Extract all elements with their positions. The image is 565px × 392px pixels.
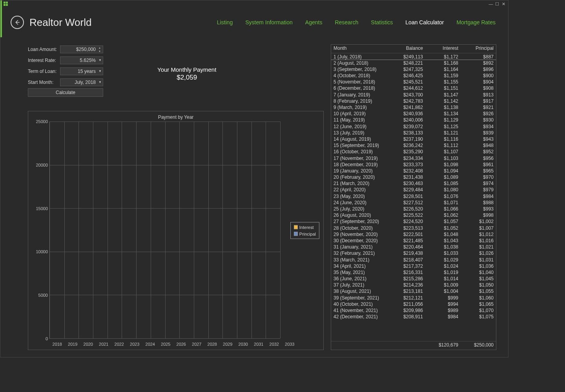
col-balance[interactable]: Balance [390,45,425,53]
table-body[interactable]: 1 (July, 2018)$249,113$1,172$8872 (Augus… [331,53,496,341]
nav-item-statistics[interactable]: Statistics [370,18,394,27]
table-row[interactable]: 41 (November, 2021)$209,986$989$1,070 [331,307,496,314]
chevron-down-icon: ▼ [98,70,102,73]
input-start-month[interactable]: July, 2018▼ [60,78,103,86]
table-row[interactable]: 5 (November, 2018)$245,521$1,155$904 [331,79,496,85]
nav-item-research[interactable]: Research [334,18,359,27]
table-row[interactable]: 4 (October, 2018)$246,425$1,159$900 [331,73,496,79]
table-row[interactable]: 39 (September, 2021)$212,121$999$1,060 [331,294,496,301]
table-row[interactable]: 30 (December, 2020)$221,485$1,043$1,016 [331,237,496,243]
nav-item-loan-calculator[interactable]: Loan Calculator [405,18,445,27]
table-row[interactable]: 2 (August, 2018)$248,221$1,168$892 [331,60,496,66]
cell-balance: $240,936 [390,111,425,117]
table-row[interactable]: 40 (October, 2021)$211,056$994$1,065 [331,301,496,307]
table-row[interactable]: 8 (February, 2019)$242,783$1,142$917 [331,98,496,104]
table-row[interactable]: 11 (May, 2019)$240,006$1,129$930 [331,117,496,123]
col-interest[interactable]: Interest [425,45,461,53]
cell-month: 17 (November, 2019) [331,155,390,161]
back-button[interactable] [11,16,24,29]
cell-balance: $224,520 [390,218,425,225]
cell-principal: $1,036 [461,263,496,269]
window-close-button[interactable]: ✕ [500,2,507,7]
table-row[interactable]: 12 (June, 2019)$239,072$1,125$934 [331,123,496,129]
col-principal[interactable]: Principal [461,45,496,53]
cell-interest: $1,151 [425,85,461,91]
table-row[interactable]: 14 (August, 2019)$237,190$1,116$943 [331,136,496,142]
calculate-button[interactable]: Calculate [28,88,103,97]
cell-balance: $243,700 [390,91,425,98]
table-row[interactable]: 21 (March, 2020)$230,463$1,085$974 [331,180,496,187]
table-row[interactable]: 38 (August, 2021)$213,181$1,004$1,055 [331,288,496,294]
nav-item-agents[interactable]: Agents [304,18,323,27]
nav-item-listing[interactable]: Listing [216,18,233,27]
cell-interest: $1,038 [425,244,461,250]
nav-item-system-information[interactable]: System Information [244,18,293,27]
cell-principal: $939 [461,129,496,136]
cell-interest: $1,172 [425,53,461,60]
table-row[interactable]: 7 (January, 2019)$243,700$1,147$913 [331,91,496,98]
table-row[interactable]: 22 (April, 2020)$229,484$1,080$979 [331,187,496,193]
table-row[interactable]: 15 (September, 2019)$236,242$1,112$948 [331,142,496,149]
table-row[interactable]: 31 (January, 2021)$220,464$1,038$1,021 [331,244,496,250]
cell-interest: $984 [425,314,461,320]
app-icon [4,2,8,6]
cell-month: 41 (November, 2021) [331,307,390,314]
table-row[interactable]: 19 (January, 2020)$232,408$1,094$965 [331,167,496,174]
col-month[interactable]: Month [331,45,390,53]
table-row[interactable]: 33 (March, 2021)$218,407$1,029$1,031 [331,256,496,263]
cell-balance: $213,181 [390,288,425,294]
cell-interest: $1,142 [425,98,461,104]
cell-balance: $215,286 [390,276,425,282]
table-row[interactable]: 36 (June, 2021)$215,286$1,014$1,045 [331,276,496,282]
table-row[interactable]: 42 (December, 2021)$208,911$984$1,075 [331,314,496,320]
table-row[interactable]: 37 (July, 2021)$214,236$1,009$1,050 [331,282,496,288]
spinner-icon[interactable]: ▲▼ [97,46,102,53]
table-row[interactable]: 9 (March, 2019)$241,862$1,138$921 [331,104,496,111]
cell-balance: $225,522 [390,212,425,218]
cell-interest: $1,168 [425,60,461,66]
cell-month: 20 (February, 2020) [331,174,390,180]
table-row[interactable]: 35 (May, 2021)$216,331$1,019$1,040 [331,269,496,275]
table-row[interactable]: 34 (April, 2021)$217,372$1,024$1,036 [331,263,496,269]
table-row[interactable]: 24 (June, 2020)$227,512$1,071$988 [331,199,496,205]
cell-month: 26 (August, 2020) [331,212,390,218]
table-row[interactable]: 18 (December, 2019)$233,373$1,098$961 [331,161,496,167]
cell-interest: $1,164 [425,66,461,72]
cell-interest: $1,098 [425,161,461,167]
input-interest-rate[interactable]: 5.625%▼ [60,56,103,64]
cell-month: 1 (July, 2018) [331,53,390,60]
table-row[interactable]: 20 (February, 2020)$231,438$1,089$970 [331,174,496,180]
cell-principal: $1,026 [461,250,496,256]
table-row[interactable]: 26 (August, 2020)$225,522$1,062$998 [331,212,496,218]
cell-principal: $900 [461,73,496,79]
chart-title: Payment by Year [32,114,319,120]
table-row[interactable]: 28 (October, 2020)$223,513$1,052$1,007 [331,225,496,231]
table-row[interactable]: 23 (May, 2020)$228,501$1,076$984 [331,193,496,199]
table-row[interactable]: 13 (July, 2019)$238,133$1,121$939 [331,129,496,136]
nav-item-mortgage-rates[interactable]: Mortgage Rates [456,18,496,27]
window-minimize-button[interactable]: — [488,2,494,6]
cell-principal: $988 [461,199,496,205]
table-row[interactable]: 32 (February, 2021)$219,438$1,033$1,026 [331,250,496,256]
table-row[interactable]: 6 (December, 2018)$244,612$1,151$908 [331,85,496,91]
table-row[interactable]: 1 (July, 2018)$249,113$1,172$887 [331,53,496,60]
chart-payments-by-year: Payment by Year 050001000015000200002500… [28,111,324,350]
window-maximize-button[interactable]: ☐ [494,2,500,7]
cell-balance: $223,513 [390,225,425,231]
cell-principal: $979 [461,187,496,193]
table-row[interactable]: 29 (November, 2020)$222,501$1,048$1,012 [331,231,496,237]
cell-balance: $217,372 [390,263,425,269]
input-loan-amount[interactable]: $250,000 ▲▼ [60,45,103,53]
cell-month: 39 (September, 2021) [331,294,390,301]
cell-month: 36 (June, 2021) [331,276,390,282]
table-row[interactable]: 10 (April, 2019)$240,936$1,134$926 [331,111,496,117]
cell-interest: $1,138 [425,104,461,111]
table-row[interactable]: 3 (September, 2018)$247,325$1,164$896 [331,66,496,72]
table-row[interactable]: 17 (November, 2019)$234,334$1,103$956 [331,155,496,161]
table-row[interactable]: 27 (September, 2020)$224,520$1,057$1,002 [331,218,496,225]
table-row[interactable]: 16 (October, 2019)$235,290$1,107$952 [331,149,496,155]
cell-balance: $235,290 [390,149,425,155]
cell-month: 13 (July, 2019) [331,129,390,136]
input-term[interactable]: 15 years▼ [60,67,103,75]
table-row[interactable]: 25 (July, 2020)$226,520$1,066$993 [331,206,496,212]
